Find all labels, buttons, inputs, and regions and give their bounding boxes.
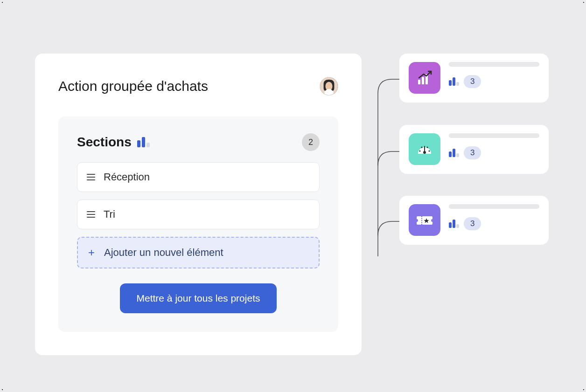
ticket-icon	[409, 204, 440, 236]
count-badge: 3	[464, 75, 481, 88]
bars-icon	[449, 77, 459, 86]
section-label: Tri	[104, 208, 115, 220]
avatar[interactable]	[320, 77, 338, 96]
project-card[interactable]: 3	[399, 54, 549, 103]
sections-title: Sections	[77, 135, 132, 150]
project-content: 3	[449, 204, 539, 236]
project-card[interactable]: 3	[399, 196, 549, 245]
svg-rect-2	[418, 80, 420, 84]
project-card[interactable]: 3	[399, 125, 549, 174]
sections-header: Sections 2	[77, 133, 320, 151]
add-item-label: Ajouter un nouvel élément	[104, 247, 223, 259]
svg-point-8	[429, 151, 430, 152]
section-item-reception[interactable]: Réception	[77, 162, 320, 192]
section-item-tri[interactable]: Tri	[77, 199, 320, 229]
panel-title: Action groupée d'achats	[58, 78, 208, 94]
svg-point-5	[419, 151, 421, 152]
update-projects-button[interactable]: Mettre à jour tous les projets	[120, 283, 277, 313]
project-content: 3	[449, 62, 539, 94]
plus-icon: +	[87, 246, 96, 259]
bars-icon	[449, 149, 459, 157]
drag-handle-icon[interactable]	[87, 174, 95, 180]
skeleton-line	[449, 204, 539, 209]
chart-growth-icon	[409, 62, 440, 94]
gauge-icon	[409, 133, 440, 165]
project-content: 3	[449, 133, 539, 165]
sections-count-badge: 2	[302, 133, 320, 151]
skeleton-line	[449, 133, 539, 138]
svg-rect-3	[422, 77, 424, 84]
svg-point-6	[421, 147, 423, 148]
svg-point-7	[427, 147, 428, 148]
count-badge: 3	[464, 146, 481, 159]
section-label: Réception	[104, 171, 150, 183]
sections-card: Sections 2 Réception	[58, 117, 338, 332]
skeleton-line	[449, 62, 539, 67]
count-badge: 3	[464, 217, 481, 230]
main-panel: Action groupée d'achats Sections 2	[35, 54, 362, 355]
panel-header: Action groupée d'achats	[58, 77, 338, 96]
drag-handle-icon[interactable]	[87, 211, 95, 218]
bars-icon	[449, 220, 459, 228]
bars-icon	[137, 137, 150, 147]
add-item-button[interactable]: + Ajouter un nouvel élément	[77, 237, 320, 268]
